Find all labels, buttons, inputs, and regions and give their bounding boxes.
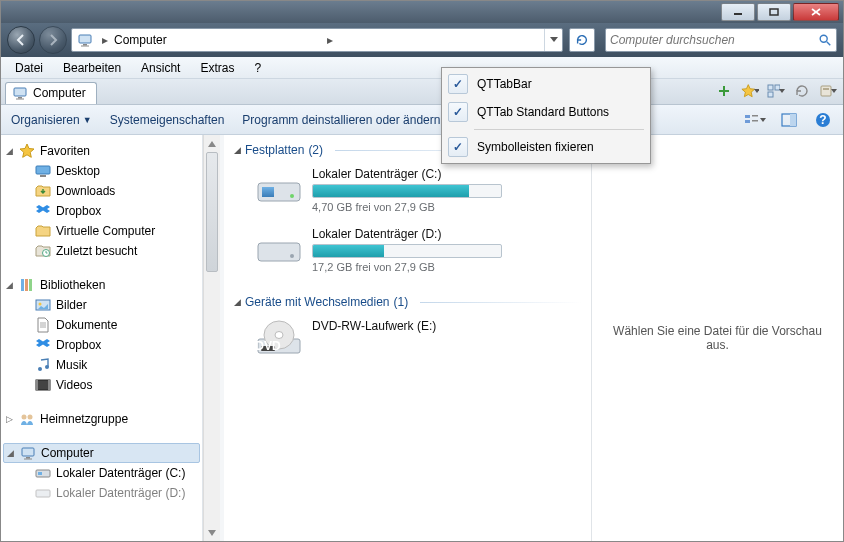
menu-item-lock-toolbars[interactable]: ✓ Symbolleisten fixieren	[444, 133, 648, 161]
uninstall-program-button[interactable]: Programm deinstallieren oder ändern	[242, 113, 440, 127]
qttab-options-icon[interactable]	[715, 82, 733, 100]
computer-icon	[20, 445, 36, 461]
sidebar-item-virtual-computer[interactable]: Virtuelle Computer	[1, 221, 202, 241]
recent-icon	[35, 243, 51, 259]
help-button[interactable]: ?	[811, 109, 835, 131]
window-minimize-button[interactable]	[721, 3, 755, 21]
navigation-bar: ▸ Computer ▸	[1, 23, 843, 57]
drive-icon	[35, 485, 51, 501]
menu-file[interactable]: Datei	[7, 59, 51, 77]
menu-item-qttabbar[interactable]: ✓ QTTabBar	[444, 70, 648, 98]
sidebar-item-label: Lokaler Datenträger (C:)	[56, 466, 185, 480]
back-button[interactable]	[7, 26, 35, 54]
svg-point-39	[28, 415, 33, 420]
search-input[interactable]	[610, 33, 818, 47]
menu-separator	[474, 129, 644, 130]
menu-item-qttab-standard-buttons[interactable]: ✓ QTTab Standard Buttons	[444, 98, 648, 126]
sidebar-item-label: Zuletzt besucht	[56, 244, 137, 258]
drive-d[interactable]: Lokaler Datenträger (D:) 17,2 GB frei vo…	[234, 223, 581, 283]
collapse-icon: ◢	[5, 280, 14, 290]
svg-rect-22	[790, 114, 796, 126]
svg-rect-44	[38, 472, 42, 475]
sidebar-item-drive-d[interactable]: Lokaler Datenträger (D:)	[1, 483, 202, 503]
sidebar-libraries-header[interactable]: ◢ Bibliotheken	[1, 275, 202, 295]
favorites-star-icon[interactable]	[741, 82, 759, 100]
menu-help[interactable]: ?	[246, 59, 269, 77]
svg-rect-4	[79, 35, 91, 43]
chevron-right-icon[interactable]: ▸	[323, 33, 337, 47]
scrollbar-thumb[interactable]	[206, 152, 218, 272]
sidebar-item-drive-c[interactable]: Lokaler Datenträger (C:)	[1, 463, 202, 483]
titlebar	[1, 1, 843, 23]
menu-extras[interactable]: Extras	[192, 59, 242, 77]
content-pane: ◢ Festplatten (2) Lokaler Datenträger (C…	[224, 135, 591, 541]
videos-icon	[35, 377, 51, 393]
drive-c[interactable]: Lokaler Datenträger (C:) 4,70 GB frei vo…	[234, 163, 581, 223]
scroll-down-icon[interactable]	[204, 524, 220, 541]
address-bar[interactable]: ▸ Computer ▸	[71, 28, 563, 52]
svg-rect-5	[83, 44, 87, 46]
sidebar-favorites-header[interactable]: ◢ Favoriten	[1, 141, 202, 161]
svg-point-38	[22, 415, 27, 420]
sidebar-homegroup-header[interactable]: ▷ Heimnetzgruppe	[1, 409, 202, 429]
tab-computer[interactable]: Computer	[5, 82, 97, 104]
category-count: (2)	[308, 143, 323, 157]
qttab-recent-icon[interactable]	[793, 82, 811, 100]
svg-rect-35	[36, 380, 50, 390]
sidebar-item-label: Downloads	[56, 184, 115, 198]
sidebar-item-dropbox-lib[interactable]: Dropbox	[1, 335, 202, 355]
window-maximize-button[interactable]	[757, 3, 791, 21]
breadcrumb-computer[interactable]: Computer	[112, 33, 323, 47]
menu-view[interactable]: Ansicht	[133, 59, 188, 77]
search-box[interactable]	[605, 28, 837, 52]
menu-edit[interactable]: Bearbeiten	[55, 59, 129, 77]
category-removable[interactable]: ◢ Geräte mit Wechselmedien (1)	[234, 295, 581, 309]
svg-point-53	[275, 332, 283, 339]
system-properties-button[interactable]: Systemeigenschaften	[110, 113, 225, 127]
check-icon: ✓	[448, 74, 468, 94]
sidebar-item-label: Bilder	[56, 298, 87, 312]
svg-rect-11	[16, 99, 24, 100]
window-close-button[interactable]	[793, 3, 839, 21]
svg-rect-45	[36, 490, 50, 497]
sidebar-item-desktop[interactable]: Desktop	[1, 161, 202, 181]
drive-status: 4,70 GB frei von 27,9 GB	[312, 201, 575, 213]
sidebar-item-music[interactable]: Musik	[1, 355, 202, 375]
preview-pane-button[interactable]	[777, 109, 801, 131]
scrollbar-track[interactable]	[204, 152, 220, 524]
sidebar-item-recent[interactable]: Zuletzt besucht	[1, 241, 202, 261]
toolbars-context-menu: ✓ QTTabBar ✓ QTTab Standard Buttons ✓ Sy…	[441, 67, 651, 164]
sidebar-item-pictures[interactable]: Bilder	[1, 295, 202, 315]
sidebar-item-documents[interactable]: Dokumente	[1, 315, 202, 335]
sidebar-group-label: Bibliotheken	[40, 278, 105, 292]
sidebar-item-label: Desktop	[56, 164, 100, 178]
dvd-drive-icon: DVD	[256, 319, 302, 359]
svg-rect-29	[25, 279, 28, 291]
navigation-pane: ◢ Favoriten Desktop Downloads Dropbox Vi…	[1, 135, 203, 541]
sidebar-scrollbar[interactable]	[203, 135, 220, 541]
tab-bar: Computer	[1, 79, 843, 105]
view-options-button[interactable]	[743, 109, 767, 131]
scroll-up-icon[interactable]	[204, 135, 220, 152]
sidebar-item-videos[interactable]: Videos	[1, 375, 202, 395]
qttab-groups-icon[interactable]	[767, 82, 785, 100]
rule-line	[420, 302, 581, 303]
svg-rect-1	[770, 9, 778, 15]
sidebar-computer-header[interactable]: ◢ Computer	[3, 443, 200, 463]
drive-dvd[interactable]: DVD DVD-RW-Laufwerk (E:)	[234, 315, 581, 369]
refresh-button[interactable]	[569, 28, 595, 52]
address-history-dropdown[interactable]	[544, 29, 562, 51]
search-icon[interactable]	[818, 33, 832, 47]
qttab-apps-icon[interactable]	[819, 82, 837, 100]
sidebar-item-downloads[interactable]: Downloads	[1, 181, 202, 201]
sidebar-item-dropbox[interactable]: Dropbox	[1, 201, 202, 221]
organize-button[interactable]: Organisieren ▼	[11, 113, 92, 127]
svg-rect-16	[823, 88, 829, 90]
svg-point-48	[290, 194, 294, 198]
drive-status: 17,2 GB frei von 27,9 GB	[312, 261, 575, 273]
svg-text:?: ?	[819, 113, 826, 127]
chevron-right-icon[interactable]: ▸	[98, 33, 112, 47]
svg-rect-49	[258, 243, 300, 261]
forward-button[interactable]	[39, 26, 67, 54]
svg-point-33	[38, 367, 42, 371]
